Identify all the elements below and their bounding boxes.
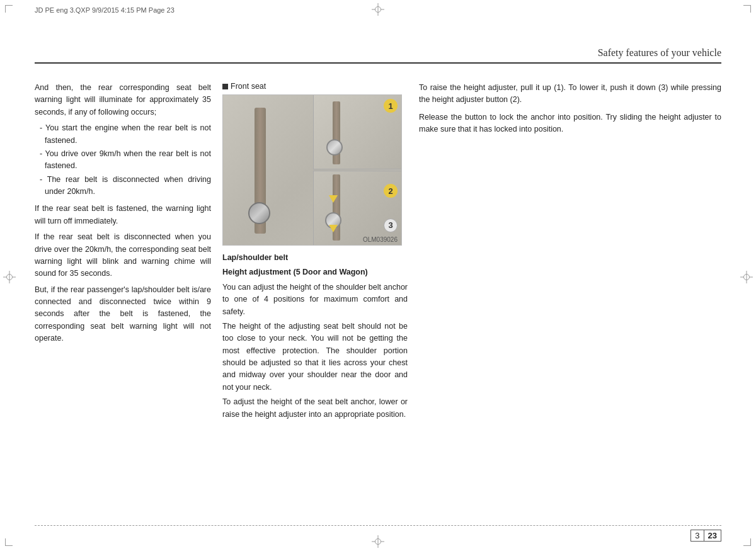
mid-para1: You can adjust the height of the shoulde… — [222, 281, 408, 318]
right-para2: Release the button to lock the anchor in… — [419, 111, 721, 136]
number-badge-3: 3 — [384, 219, 398, 232]
page-num-box: 3 23 — [690, 530, 721, 542]
page-footer: 3 23 — [35, 525, 721, 542]
image-top-right: 1 — [313, 95, 401, 169]
cross-mark-left — [3, 271, 16, 283]
right-para1: To raise the height adjuster, pull it up… — [419, 82, 721, 106]
bullet-item-3: - The rear belt is disconnected when dri… — [40, 174, 211, 198]
seat-belt-image: 1 2 3 — [223, 95, 401, 245]
right-column: To raise the height adjuster, pull it up… — [419, 82, 721, 513]
image-bottom-right: 2 3 — [313, 171, 401, 245]
mid-para2: The height of the adjusting seat belt sh… — [222, 321, 408, 394]
cross-mark-right — [740, 271, 753, 283]
middle-column: Front seat 1 — [211, 82, 419, 513]
corner-mark-tr — [743, 5, 751, 13]
seat-belt-image-container: 1 2 3 — [222, 94, 402, 246]
image-label-text: Front seat — [231, 82, 266, 91]
left-para1: If the rear seat belt is fastened, the w… — [35, 203, 211, 227]
left-column: And then, the rear corresponding seat be… — [35, 82, 211, 513]
square-bullet-icon — [222, 84, 228, 89]
bullet-item-1: - You start the engine when the rear bel… — [40, 122, 211, 147]
number-badge-2: 2 — [384, 184, 398, 198]
left-para2: If the rear seat belt is disconnected wh… — [35, 231, 211, 280]
cross-mark-top — [372, 3, 384, 16]
section-title: Lap/shoulder belt — [222, 253, 288, 262]
corner-mark-bl — [5, 538, 13, 546]
number-badge-1: 1 — [384, 99, 398, 113]
arrow-down-icon-2 — [329, 225, 338, 232]
corner-mark-br — [743, 538, 751, 546]
bullet-list: - You start the engine when the rear bel… — [35, 122, 211, 198]
subsection-title: Height adjustment (5 Door and Wagon) — [222, 268, 368, 276]
corner-mark-tl — [5, 5, 13, 13]
page-title: Safety features of your vehicle — [35, 47, 721, 64]
bullet-item-2: - You drive over 9km/h when the rear bel… — [40, 148, 211, 173]
page-header: Safety features of your vehicle — [35, 47, 721, 64]
footer-divider — [35, 525, 721, 526]
middle-sub-content: Lap/shoulder belt Height adjustment (5 D… — [222, 252, 408, 421]
footer-page-numbers: 3 23 — [35, 530, 721, 542]
file-info-text: JD PE eng 3.QXP 9/9/2015 4:15 PM Page 23 — [35, 6, 175, 14]
left-intro: And then, the rear corresponding seat be… — [35, 82, 211, 118]
mid-para3: To adjust the height of the seat belt an… — [222, 396, 408, 421]
anchor-right-top — [326, 139, 343, 156]
image-label: Front seat — [222, 82, 408, 91]
main-content: And then, the rear corresponding seat be… — [35, 82, 721, 513]
left-para3: But, if the rear passenger's lap/shoulde… — [35, 284, 211, 345]
olm-code: OLM039026 — [363, 236, 398, 243]
arrow-down-icon-1 — [329, 195, 338, 203]
file-info: JD PE eng 3.QXP 9/9/2015 4:15 PM Page 23 — [35, 6, 175, 14]
page-number: 23 — [704, 530, 721, 542]
belt-anchor-left — [248, 202, 270, 224]
page-chapter: 3 — [690, 530, 704, 542]
